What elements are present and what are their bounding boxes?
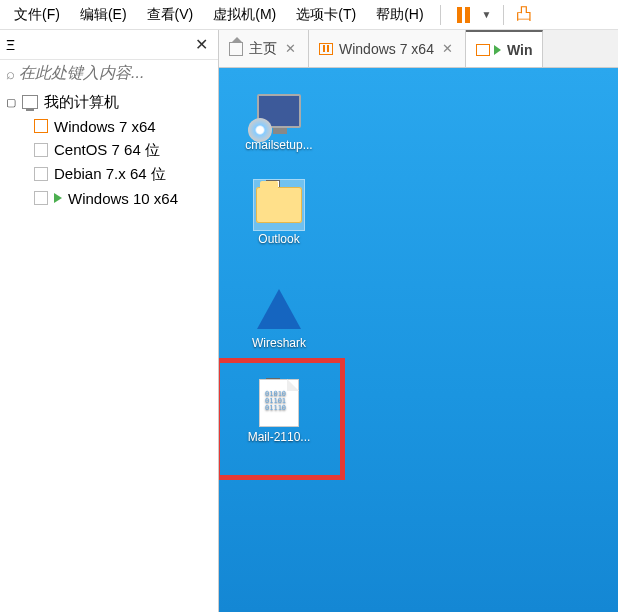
tab-win7[interactable]: Windows 7 x64 ✕ — [309, 30, 466, 67]
tree-root-label: 我的计算机 — [44, 93, 119, 112]
tree-item-win7[interactable]: Windows 7 x64 — [2, 114, 216, 138]
vm-icon — [34, 191, 48, 205]
vm-icon — [319, 43, 333, 55]
vm-label: Windows 10 x64 — [68, 190, 178, 207]
icon-label: Wireshark — [239, 336, 319, 350]
sidebar: Ξ ✕ ⌕ ▼ ▢ 我的计算机 Windows 7 x64 CentOS 7 6… — [0, 30, 219, 612]
close-icon[interactable]: ✕ — [283, 41, 298, 56]
highlight-box — [219, 358, 345, 480]
folder-icon — [254, 180, 304, 230]
menu-vm[interactable]: 虚拟机(M) — [203, 2, 286, 28]
vm-label: CentOS 7 64 位 — [54, 141, 160, 160]
tab-label: Windows 7 x64 — [339, 41, 434, 57]
close-icon[interactable]: ✕ — [440, 41, 455, 56]
close-icon[interactable]: ✕ — [191, 35, 212, 54]
menu-help[interactable]: 帮助(H) — [366, 2, 433, 28]
search-input[interactable] — [19, 64, 220, 82]
vm-icon — [34, 119, 48, 133]
tree-item-debian[interactable]: Debian 7.x 64 位 — [2, 162, 216, 186]
play-icon — [54, 193, 62, 203]
tab-win10[interactable]: Win — [466, 30, 544, 67]
menu-bar: 文件(F) 编辑(E) 查看(V) 虚拟机(M) 选项卡(T) 帮助(H) ▼ … — [0, 0, 618, 30]
vm-icon — [476, 44, 490, 56]
desktop-icon-cmailsetup[interactable]: cmailsetup... — [239, 86, 319, 152]
installer-icon — [254, 86, 304, 136]
tab-label: 主页 — [249, 40, 277, 58]
menu-edit[interactable]: 编辑(E) — [70, 2, 137, 28]
desktop-icon-outlook[interactable]: Outlook — [239, 180, 319, 246]
vm-desktop[interactable]: cmailsetup... Outlook Wireshark ✓ 010100… — [219, 68, 618, 612]
pause-icon[interactable] — [451, 7, 476, 23]
home-icon — [229, 42, 243, 56]
search-icon: ⌕ — [6, 65, 15, 82]
sidebar-header: Ξ ✕ — [0, 30, 218, 60]
vm-tree: ▢ 我的计算机 Windows 7 x64 CentOS 7 64 位 Debi… — [0, 86, 218, 612]
desktop-icon-wireshark[interactable]: Wireshark — [239, 284, 319, 350]
vm-label: Debian 7.x 64 位 — [54, 165, 166, 184]
menu-file[interactable]: 文件(F) — [4, 2, 70, 28]
tab-home[interactable]: 主页 ✕ — [219, 30, 309, 67]
wireshark-icon — [254, 284, 304, 334]
icon-label: Outlook — [239, 232, 319, 246]
content-area: 主页 ✕ Windows 7 x64 ✕ Win cmailsetup... — [219, 30, 618, 612]
play-icon — [494, 45, 501, 55]
toolbar-separator — [503, 5, 504, 25]
icon-label: cmailsetup... — [239, 138, 319, 152]
sidebar-title: Ξ — [6, 37, 15, 53]
menu-tabs[interactable]: 选项卡(T) — [286, 2, 366, 28]
toolbar-button[interactable]: 凸 — [510, 4, 538, 25]
tab-bar: 主页 ✕ Windows 7 x64 ✕ Win — [219, 30, 618, 68]
tree-item-centos[interactable]: CentOS 7 64 位 — [2, 138, 216, 162]
vm-label: Windows 7 x64 — [54, 118, 156, 135]
search-row: ⌕ ▼ — [0, 60, 218, 86]
tree-item-win10[interactable]: Windows 10 x64 — [2, 186, 216, 210]
host-icon — [22, 95, 38, 109]
collapse-icon[interactable]: ▢ — [6, 96, 20, 109]
tree-root[interactable]: ▢ 我的计算机 — [2, 90, 216, 114]
menu-view[interactable]: 查看(V) — [137, 2, 204, 28]
tab-label: Win — [507, 42, 533, 58]
chevron-down-icon[interactable]: ▼ — [476, 9, 498, 20]
toolbar-separator — [440, 5, 441, 25]
vm-icon — [34, 167, 48, 181]
vm-icon — [34, 143, 48, 157]
